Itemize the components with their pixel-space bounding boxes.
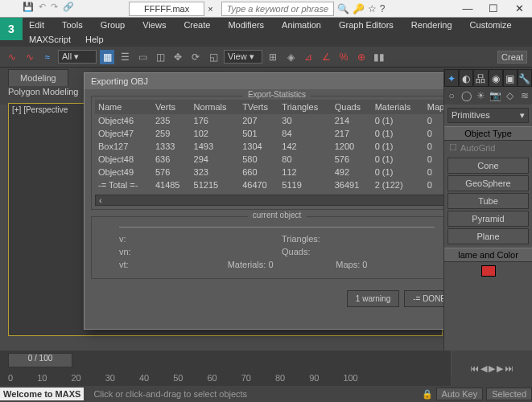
name-color-rollout[interactable]: lame and Color	[444, 248, 532, 262]
select-icon[interactable]: ▦	[100, 50, 114, 64]
redo-icon[interactable]: ↷	[51, 2, 58, 12]
table-row[interactable]: Object46235176207302140 (1)0	[95, 114, 459, 127]
helpers-icon[interactable]: ◇	[503, 87, 518, 105]
display-tab[interactable]: ▣	[503, 69, 518, 87]
create-tab[interactable]: ✦	[444, 69, 459, 87]
object-type-rollout[interactable]: Object Type	[444, 126, 532, 141]
warning-button[interactable]: 1 warning	[347, 290, 399, 307]
undo-icon[interactable]: ↶	[39, 2, 46, 12]
pivot-icon[interactable]: ⊞	[266, 50, 280, 64]
primitive-button[interactable]: Tube	[447, 193, 529, 209]
geometry-icon[interactable]: ○	[444, 87, 459, 105]
prev-frame-icon[interactable]: ◀	[480, 363, 487, 374]
menu-graph[interactable]: Graph Editors	[339, 20, 394, 30]
cameras-icon[interactable]: 📷	[489, 87, 503, 105]
create-button[interactable]: Creat	[497, 51, 527, 64]
select-name-icon[interactable]: ☰	[118, 50, 132, 64]
menu-views[interactable]: Views	[142, 20, 166, 30]
table-row[interactable]: -= Total =-4148551215464705119364912 (12…	[95, 178, 459, 191]
dialog-titlebar[interactable]: Exporting OBJ ×	[85, 73, 469, 89]
menu-help[interactable]: Help	[85, 35, 104, 44]
help-icon[interactable]: ?	[380, 3, 386, 14]
menu-tools[interactable]: Tools	[62, 20, 83, 30]
selected-dropdown[interactable]: Selected	[486, 388, 532, 400]
link-icon[interactable]: 🔗	[63, 2, 74, 12]
primitive-button[interactable]: GeoSphere	[447, 175, 529, 191]
region-icon[interactable]: ▭	[135, 50, 150, 64]
goto-end-icon[interactable]: ⏭	[505, 363, 513, 373]
save-icon[interactable]: 💾	[23, 2, 34, 12]
angle-snap-icon[interactable]: ∠	[319, 50, 333, 64]
table-row[interactable]: Object495763236601124920 (1)0	[95, 166, 459, 178]
bind-icon[interactable]: ≈	[40, 50, 55, 64]
horizontal-scrollbar[interactable]: ‹›	[95, 195, 459, 206]
primitive-button[interactable]: Pyramid	[447, 211, 529, 227]
goto-start-icon[interactable]: ⏮	[470, 363, 479, 373]
col-header[interactable]: TVerts	[239, 100, 278, 114]
move-icon[interactable]: ✥	[171, 50, 185, 64]
col-header[interactable]: Normals	[191, 100, 240, 114]
table-row[interactable]: Box12713331493130414212000 (1)0	[95, 140, 459, 153]
mirror-icon[interactable]: ▮▮	[372, 50, 386, 64]
spinner-snap-icon[interactable]: ⊕	[354, 50, 369, 64]
primitive-button[interactable]: Plane	[447, 228, 529, 244]
unlink-icon[interactable]: ∿	[23, 50, 37, 64]
col-header[interactable]: Triangles	[278, 100, 331, 114]
stats-group: Export-Statistics NameVertsNormalsTVerts…	[91, 96, 463, 210]
shapes-icon[interactable]: ◯	[459, 87, 473, 105]
star-icon[interactable]: ☆	[368, 3, 377, 14]
utilities-tab[interactable]: 🔧	[518, 69, 532, 87]
manip-icon[interactable]: ◈	[283, 50, 298, 64]
autogrid-checkbox[interactable]: ☐AutoGrid	[444, 141, 532, 154]
file-tab[interactable]: FFFFF.max	[129, 2, 204, 16]
play-icon[interactable]: ▶	[489, 363, 495, 374]
col-header[interactable]: Name	[95, 100, 152, 114]
lights-icon[interactable]: ☀	[473, 87, 488, 105]
col-header[interactable]: Quads	[332, 100, 372, 114]
window-icon[interactable]: ◫	[153, 50, 167, 64]
menu-animation[interactable]: Animation	[282, 20, 321, 30]
ribbon-panel-polygon[interactable]: Polygon Modeling	[8, 87, 78, 96]
autokey-button[interactable]: Auto Key	[436, 388, 484, 400]
time-handle[interactable]: 0 / 100	[8, 353, 72, 367]
next-frame-icon[interactable]: ▶	[497, 363, 503, 374]
key-icon[interactable]: 🔑	[353, 3, 365, 14]
ref-coord[interactable]: View ▾	[224, 50, 262, 64]
menu-create[interactable]: Create	[184, 20, 210, 30]
selection-filter[interactable]: All ▾	[58, 50, 97, 64]
search-icon[interactable]: 🔍	[337, 3, 349, 14]
scale-icon[interactable]: ◱	[206, 50, 221, 64]
viewport-label[interactable]: [+] [Perspective	[12, 105, 68, 114]
link-icon[interactable]: ∿	[5, 50, 19, 64]
search-input[interactable]	[221, 2, 334, 16]
menu-maxscript[interactable]: MAXScript	[29, 35, 71, 44]
menu-rendering[interactable]: Rendering	[411, 20, 452, 30]
rotate-icon[interactable]: ⟳	[188, 50, 203, 64]
close-button[interactable]: ✕	[506, 0, 532, 18]
timeline-ruler[interactable]: 0102030405060708090100	[0, 370, 451, 386]
primitive-button[interactable]: Cone	[447, 158, 529, 174]
col-header[interactable]: Verts	[152, 100, 191, 114]
col-header[interactable]: Materials	[372, 100, 424, 114]
modify-tab[interactable]: ◐	[459, 69, 473, 87]
lock-icon[interactable]: 🔒	[422, 389, 433, 400]
minimize-button[interactable]: —	[455, 0, 480, 18]
close-tab-icon[interactable]: ×	[204, 4, 216, 14]
menu-modifiers[interactable]: Modifiers	[228, 20, 264, 30]
primitives-dropdown[interactable]: Primitives▾	[447, 108, 529, 123]
color-swatch[interactable]	[481, 265, 496, 277]
table-row[interactable]: Object48636294580805760 (1)0	[95, 153, 459, 166]
snap-icon[interactable]: ⊿	[301, 50, 315, 64]
menu-group[interactable]: Group	[101, 20, 126, 30]
menu-edit[interactable]: Edit	[29, 20, 44, 30]
hierarchy-tab[interactable]: 品	[473, 69, 488, 87]
motion-tab[interactable]: ◉	[489, 69, 503, 87]
ribbon-tab-modeling[interactable]: Modeling	[8, 69, 68, 86]
maximize-button[interactable]: ☐	[480, 0, 506, 18]
app-logo[interactable]: 3	[0, 18, 23, 40]
menu-customize[interactable]: Customize	[470, 20, 512, 30]
time-slider[interactable]: 0 / 100	[0, 351, 451, 370]
percent-snap-icon[interactable]: %	[336, 50, 351, 64]
space-warps-icon[interactable]: ≋	[518, 87, 532, 105]
table-row[interactable]: Object47259102501842170 (1)0	[95, 127, 459, 140]
